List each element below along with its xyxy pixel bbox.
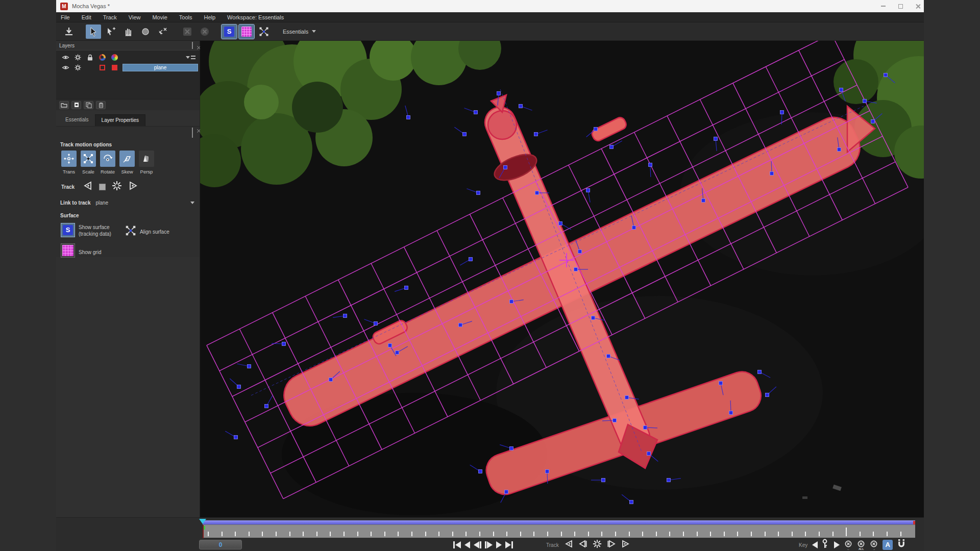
save-button[interactable] — [61, 24, 77, 39]
track-forward-one-button[interactable] — [607, 540, 616, 550]
track-all-bottom-button[interactable] — [593, 539, 602, 550]
go-to-end-button[interactable] — [505, 541, 513, 548]
new-layer-button[interactable] — [71, 101, 81, 109]
undock-properties-icon[interactable] — [192, 129, 193, 138]
align-surface-label: Align surface — [140, 228, 169, 235]
viewer-canvas[interactable] — [200, 41, 924, 517]
ruler-tick — [765, 532, 766, 536]
workspace-dropdown[interactable]: Essentials — [283, 29, 316, 35]
track-controls-label: Track — [546, 542, 559, 548]
ruler-tick — [819, 532, 820, 536]
snap-button[interactable] — [897, 539, 905, 550]
step-forward-button[interactable] — [485, 541, 493, 548]
tab-layer-properties[interactable]: Layer Properties — [95, 114, 145, 126]
add-point-tool-button[interactable] — [103, 24, 118, 39]
gear-column-icon[interactable] — [71, 54, 84, 61]
ruler-tick — [411, 532, 412, 536]
new-group-button[interactable] — [59, 101, 69, 109]
close-button[interactable] — [915, 3, 921, 9]
align-surface-button[interactable] — [256, 24, 272, 39]
link-dropdown-chevron-icon[interactable] — [190, 202, 194, 204]
pan-tool-button[interactable] — [120, 24, 136, 39]
link-to-track-value[interactable]: plane — [95, 200, 190, 206]
frame-ruler[interactable] — [203, 524, 915, 538]
step-backward-button[interactable] — [474, 541, 481, 548]
circle-x-icon — [200, 27, 210, 37]
ruler-tick — [479, 532, 480, 536]
go-to-start-button[interactable] — [453, 541, 461, 548]
spline-color-column-icon[interactable] — [96, 54, 108, 61]
menu-workspace[interactable]: Workspace: Essentials — [227, 14, 284, 20]
track-forward-bottom-button[interactable] — [621, 540, 630, 550]
scale-toggle[interactable] — [81, 151, 96, 167]
show-surface-button[interactable]: S — [61, 223, 75, 237]
translation-toggle[interactable] — [61, 151, 77, 167]
undock-panel-icon[interactable] — [192, 43, 193, 48]
link-to-track-label: Link to track — [60, 200, 90, 206]
maximize-button[interactable] — [897, 3, 903, 9]
track-back-one-button[interactable] — [578, 540, 587, 550]
delete-layer-tool-button[interactable] — [180, 24, 195, 39]
lock-column-icon[interactable] — [84, 54, 96, 61]
add-key-button[interactable] — [822, 539, 829, 551]
align-surface-button2[interactable] — [125, 224, 137, 239]
ruler-tick — [561, 532, 562, 536]
previous-key-button[interactable] — [812, 541, 818, 548]
layer-name[interactable]: plane — [122, 64, 198, 71]
next-key-button[interactable] — [834, 541, 840, 548]
transport-bar: 0 Track — [56, 539, 924, 551]
track-backward-button[interactable] — [83, 181, 93, 192]
show-surface-toggle[interactable]: S — [222, 24, 237, 39]
visibility-column-icon[interactable] — [59, 55, 71, 60]
ruler-tick — [642, 532, 643, 536]
layer-visibility-icon[interactable] — [59, 65, 71, 70]
duplicate-layer-button[interactable] — [84, 101, 93, 109]
remove-keyframe-tool-button[interactable] — [197, 24, 212, 39]
zoom-tool-button[interactable] — [138, 24, 153, 39]
playhead[interactable] — [199, 519, 206, 524]
tab-essentials[interactable]: Essentials — [59, 114, 95, 126]
ruler-tick — [276, 532, 277, 536]
autokey-toggle[interactable]: A — [883, 540, 893, 550]
rotate-toggle[interactable] — [100, 151, 115, 167]
select-tool-button[interactable] — [86, 24, 101, 39]
layer-spline-color-chip[interactable] — [96, 65, 108, 70]
delete-keys-backward-button[interactable]: ← — [844, 540, 852, 550]
label-persp: Persp — [139, 169, 154, 174]
layer-row-plane[interactable]: plane — [56, 63, 200, 72]
ruler-tick — [303, 532, 304, 536]
ruler-tick — [601, 532, 602, 536]
current-frame-line — [203, 525, 204, 538]
magnet-icon — [897, 539, 905, 548]
stop-track-button[interactable] — [99, 184, 106, 190]
play-backward-button[interactable] — [464, 541, 470, 548]
matte-color-column-icon[interactable] — [108, 54, 120, 61]
show-grid-toggle[interactable] — [239, 24, 254, 39]
track-forward-button[interactable] — [128, 181, 138, 192]
menu-tools[interactable]: Tools — [179, 14, 192, 20]
timeline-area: 0 Track — [56, 517, 924, 551]
show-grid-button[interactable] — [61, 244, 75, 257]
delete-all-keys-button[interactable]: ALL — [857, 540, 865, 550]
delete-keys-forward-button[interactable]: → — [870, 540, 878, 550]
rotate-icon — [102, 153, 113, 164]
track-backward-bottom-button[interactable] — [564, 540, 573, 550]
skew-toggle[interactable] — [119, 151, 135, 167]
menu-track[interactable]: Track — [103, 14, 117, 20]
menu-edit[interactable]: Edit — [82, 14, 91, 20]
play-forward-button[interactable] — [496, 541, 502, 548]
tracked-range-bar[interactable] — [203, 520, 915, 524]
layer-gear-icon[interactable] — [71, 64, 84, 71]
layer-matte-color-chip[interactable] — [108, 65, 120, 70]
track-all-button[interactable] — [112, 181, 122, 193]
layer-list-menu-icon[interactable] — [186, 56, 195, 59]
delete-point-tool-button[interactable] — [155, 24, 170, 39]
menu-movie[interactable]: Movie — [152, 14, 167, 20]
current-frame-input[interactable]: 0 — [199, 540, 242, 549]
menu-file[interactable]: File — [61, 14, 70, 20]
delete-layer-button[interactable] — [96, 101, 106, 109]
perspective-toggle[interactable] — [139, 151, 154, 167]
minimize-button[interactable] — [880, 3, 886, 9]
menu-help[interactable]: Help — [204, 14, 215, 20]
menu-view[interactable]: View — [129, 14, 141, 20]
